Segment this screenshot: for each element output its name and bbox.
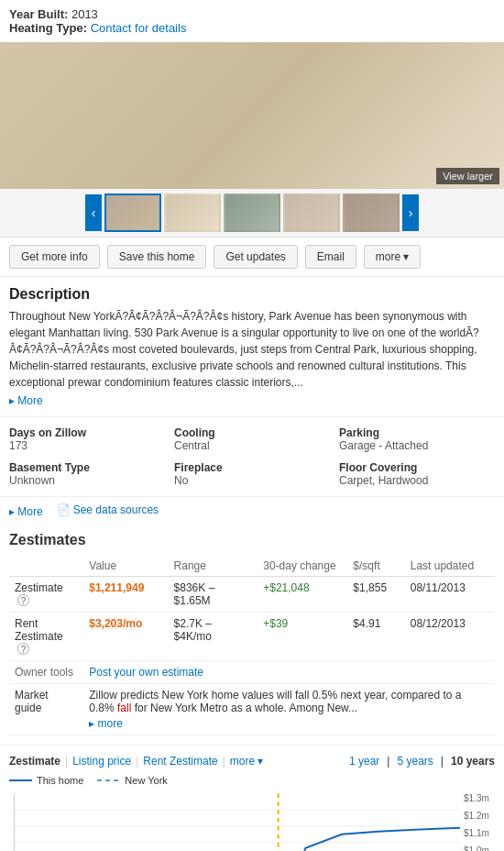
details-more-arrow: ▸ [9,505,15,518]
days-on-zillow-cell: Days on Zillow 173 [9,426,165,452]
rent-row-label: Rent Zestimate ? [9,613,83,661]
details-more-link[interactable]: ▸ More [9,505,43,518]
more-text: More [17,394,42,407]
owner-tools-row: Owner tools Post your own estimate [9,661,495,684]
y-label-1.0m: $1.0m [464,845,495,851]
new-york-label: New York [125,775,167,786]
gallery-prev-button[interactable]: ‹ [85,194,102,231]
thumbnail-3[interactable] [224,193,280,232]
document-icon: 📄 [57,503,71,516]
zestimates-title: Zestimates [9,532,495,548]
chart-time-tabs: 1 year | 5 years | 10 years [349,755,495,768]
market-guide-text: Zillow predicts New York home values wil… [83,684,495,735]
thumbnail-1[interactable] [104,193,161,232]
zestimates-header-row: Value Range 30-day change $/sqft Last up… [9,556,495,577]
cooling-label: Cooling [174,426,330,439]
see-sources-text: See data sources [73,503,159,516]
gallery: View larger [0,42,504,189]
chart-svg [15,793,460,851]
zestimate-help-icon[interactable]: ? [17,594,29,606]
y-label-1.1m: $1.1m [464,828,495,838]
fireplace-label: Fireplace [174,461,330,474]
market-more-arrow: ▸ [89,717,94,730]
property-info: Year Built: 2013 Heating Type: Contact f… [0,0,504,42]
market-more-link[interactable]: ▸ more [89,717,489,730]
market-text-end: for New York Metro as a whole. Among New… [131,702,357,714]
market-guide-row: Market guide Zillow predicts New York ho… [9,684,495,735]
description-text: Throughout New YorkÃ?Â¢Ã?Â?Â¬Ã?Â?Â¢s his… [9,308,495,391]
floor-covering-cell: Floor Covering Carpet, Hardwood [339,461,495,487]
legend-this-home: This home [9,775,83,786]
view-larger-button[interactable]: View larger [436,168,499,184]
owner-tools-link-cell[interactable]: Post your own estimate [83,661,495,684]
zestimate-change: +$21,048 [257,577,347,613]
chart-nav: Zestimate | Listing price | Rent Zestima… [9,755,495,768]
col-updated: Last updated [405,556,495,577]
this-home-line-icon [9,779,32,781]
zestimate-row-label: Zestimate ? [9,577,83,613]
y-label-1.3m: $1.3m [464,793,495,803]
rent-help-icon[interactable]: ? [17,643,29,655]
more-label: more [376,250,400,263]
rent-sqft: $4.91 [347,613,404,661]
thumbnail-2[interactable] [164,193,221,232]
chart-section: Zestimate | Listing price | Rent Zestima… [0,745,504,851]
rent-updated: 08/12/2013 [405,613,495,661]
this-home-label: This home [37,775,83,786]
get-more-info-button[interactable]: Get more info [9,245,100,269]
y-label-1.2m: $1.2m [464,811,495,821]
description-section: Description Throughout New YorkÃ?Â¢Ã?Â?Â… [0,277,504,417]
chart-tab-zestimate[interactable]: Zestimate [9,755,60,768]
fireplace-cell: Fireplace No [174,461,330,487]
days-zillow-label: Days on Zillow [9,426,165,439]
chart-wrapper: $1.3m $1.2m $1.1m $1.0m $900k $800k $700… [9,793,495,851]
chart-tabs-left: Zestimate | Listing price | Rent Zestima… [9,755,263,768]
chart-container [14,793,460,851]
market-more-text: more [98,717,123,730]
fireplace-value: No [174,474,330,487]
parking-value: Garage - Attached [339,439,495,452]
legend-new-york: New York [97,775,167,786]
time-tab-5years[interactable]: 5 years [397,755,433,768]
description-title: Description [9,286,495,303]
email-button[interactable]: Email [305,245,356,269]
zestimate-sqft: $1,855 [347,577,404,613]
zestimate-updated: 08/11/2013 [405,577,495,613]
zestimates-table: Value Range 30-day change $/sqft Last up… [9,556,495,735]
floor-value: Carpet, Hardwood [339,474,495,487]
cooling-cell: Cooling Central [174,426,330,452]
save-this-home-button[interactable]: Save this home [107,245,207,269]
heating-value[interactable]: Contact for details [91,21,187,35]
y-axis: $1.3m $1.2m $1.1m $1.0m $900k $800k $700… [460,793,495,851]
chart-legend: This home New York [9,775,495,786]
description-more-link[interactable]: ▸ More [9,394,43,407]
get-updates-button[interactable]: Get updates [214,245,297,269]
rent-range: $2.7K – $4K/mo [169,613,258,661]
main-image: View larger [0,42,504,189]
floor-label: Floor Covering [339,461,495,474]
col-sqft: $/sqft [347,556,404,577]
see-data-sources-link[interactable]: 📄 See data sources [57,503,159,516]
basement-value: Unknown [9,474,165,487]
chart-tab-listing[interactable]: Listing price [72,755,131,768]
time-tab-10years[interactable]: 10 years [451,755,495,768]
chart-tab-more[interactable]: more ▾ [230,755,263,768]
action-bar: Get more info Save this home Get updates… [0,238,504,277]
chart-more-arrow-icon: ▾ [257,755,263,768]
zestimate-range: $836K – $1.65M [169,577,258,613]
thumbnail-4[interactable] [283,193,340,232]
more-button[interactable]: more ▾ [364,245,421,269]
col-type [9,556,83,577]
gallery-next-button[interactable]: › [402,194,419,231]
zestimate-row: Zestimate ? $1,211,949 $836K – $1.65M +$… [9,577,495,613]
basement-label: Basement Type [9,461,165,474]
details-grid: Days on Zillow 173 Cooling Central Parki… [0,417,504,496]
thumbnail-5[interactable] [343,193,400,232]
post-estimate-link[interactable]: Post your own estimate [89,666,203,679]
days-zillow-value: 173 [9,439,165,452]
year-built-label: Year Built: [9,7,68,21]
details-more-text: More [17,505,42,518]
parking-cell: Parking Garage - Attached [339,426,495,452]
time-tab-1year[interactable]: 1 year [349,755,379,768]
chart-tab-rent[interactable]: Rent Zestimate [143,755,217,768]
